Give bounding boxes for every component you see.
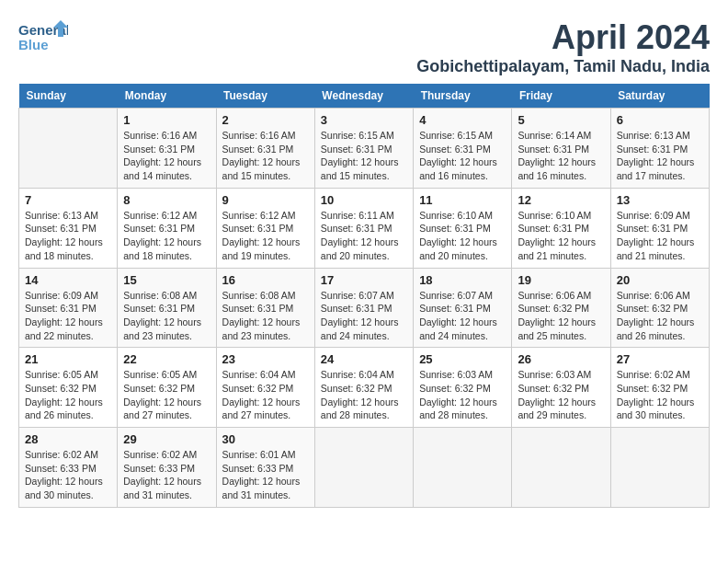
- calendar-cell: 28Sunrise: 6:02 AMSunset: 6:33 PMDayligh…: [19, 428, 118, 508]
- header-cell-saturday: Saturday: [610, 84, 709, 109]
- day-detail: Sunrise: 6:12 AMSunset: 6:31 PMDaylight:…: [222, 209, 309, 263]
- calendar-cell: [314, 428, 413, 508]
- header-cell-wednesday: Wednesday: [314, 84, 413, 109]
- day-number: 22: [123, 352, 210, 366]
- calendar-body: 1Sunrise: 6:16 AMSunset: 6:31 PMDaylight…: [19, 109, 710, 508]
- calendar-cell: 27Sunrise: 6:02 AMSunset: 6:32 PMDayligh…: [610, 348, 709, 428]
- calendar-cell: 5Sunrise: 6:14 AMSunset: 6:31 PMDaylight…: [512, 109, 610, 189]
- day-detail: Sunrise: 6:10 AMSunset: 6:31 PMDaylight:…: [419, 209, 506, 263]
- day-number: 11: [419, 193, 506, 207]
- header-cell-friday: Friday: [512, 84, 610, 109]
- day-detail: Sunrise: 6:08 AMSunset: 6:31 PMDaylight:…: [222, 289, 309, 343]
- day-number: 4: [419, 113, 506, 127]
- calendar-cell: 26Sunrise: 6:03 AMSunset: 6:32 PMDayligh…: [512, 348, 610, 428]
- calendar-cell: 20Sunrise: 6:06 AMSunset: 6:32 PMDayligh…: [610, 268, 709, 348]
- day-number: 23: [222, 352, 309, 366]
- day-detail: Sunrise: 6:16 AMSunset: 6:31 PMDaylight:…: [222, 129, 309, 183]
- calendar-cell: 16Sunrise: 6:08 AMSunset: 6:31 PMDayligh…: [216, 268, 314, 348]
- week-row-2: 7Sunrise: 6:13 AMSunset: 6:31 PMDaylight…: [19, 188, 710, 268]
- day-number: 21: [25, 352, 111, 366]
- header-cell-thursday: Thursday: [414, 84, 512, 109]
- calendar-cell: 25Sunrise: 6:03 AMSunset: 6:32 PMDayligh…: [414, 348, 512, 428]
- calendar-cell: 10Sunrise: 6:11 AMSunset: 6:31 PMDayligh…: [314, 188, 413, 268]
- day-detail: Sunrise: 6:04 AMSunset: 6:32 PMDaylight:…: [222, 368, 309, 422]
- day-number: 6: [617, 113, 703, 127]
- calendar-cell: [610, 428, 709, 508]
- day-detail: Sunrise: 6:06 AMSunset: 6:32 PMDaylight:…: [518, 289, 604, 343]
- calendar-cell: 15Sunrise: 6:08 AMSunset: 6:31 PMDayligh…: [118, 268, 216, 348]
- day-detail: Sunrise: 6:08 AMSunset: 6:31 PMDaylight:…: [123, 289, 210, 343]
- day-number: 3: [321, 113, 407, 127]
- day-detail: Sunrise: 6:01 AMSunset: 6:33 PMDaylight:…: [222, 448, 309, 502]
- calendar-cell: 9Sunrise: 6:12 AMSunset: 6:31 PMDaylight…: [216, 188, 314, 268]
- day-number: 14: [25, 273, 111, 287]
- day-number: 8: [123, 193, 210, 207]
- day-number: 19: [518, 273, 604, 287]
- day-detail: Sunrise: 6:13 AMSunset: 6:31 PMDaylight:…: [617, 129, 703, 183]
- calendar-cell: 2Sunrise: 6:16 AMSunset: 6:31 PMDaylight…: [216, 109, 314, 189]
- day-number: 30: [222, 432, 309, 446]
- day-number: 26: [518, 352, 604, 366]
- day-number: 20: [617, 273, 703, 287]
- calendar-cell: 7Sunrise: 6:13 AMSunset: 6:31 PMDaylight…: [19, 188, 118, 268]
- day-number: 27: [617, 352, 703, 366]
- day-detail: Sunrise: 6:02 AMSunset: 6:33 PMDaylight:…: [25, 448, 111, 502]
- day-detail: Sunrise: 6:09 AMSunset: 6:31 PMDaylight:…: [617, 209, 703, 263]
- day-detail: Sunrise: 6:05 AMSunset: 6:32 PMDaylight:…: [123, 368, 210, 422]
- week-row-3: 14Sunrise: 6:09 AMSunset: 6:31 PMDayligh…: [19, 268, 710, 348]
- calendar-cell: 12Sunrise: 6:10 AMSunset: 6:31 PMDayligh…: [512, 188, 610, 268]
- header: General Blue April 2024 Gobichettipalaya…: [18, 18, 710, 76]
- svg-text:Blue: Blue: [18, 37, 49, 52]
- calendar-cell: 6Sunrise: 6:13 AMSunset: 6:31 PMDaylight…: [610, 109, 709, 189]
- day-detail: Sunrise: 6:16 AMSunset: 6:31 PMDaylight:…: [123, 129, 210, 183]
- title-area: April 2024 Gobichettipalayam, Tamil Nadu…: [416, 18, 710, 76]
- day-number: 18: [419, 273, 506, 287]
- calendar-cell: 13Sunrise: 6:09 AMSunset: 6:31 PMDayligh…: [610, 188, 709, 268]
- week-row-5: 28Sunrise: 6:02 AMSunset: 6:33 PMDayligh…: [19, 428, 710, 508]
- calendar-cell: 29Sunrise: 6:02 AMSunset: 6:33 PMDayligh…: [118, 428, 216, 508]
- logo-svg: General Blue: [18, 18, 68, 59]
- day-number: 24: [321, 352, 407, 366]
- main-title: April 2024: [416, 18, 710, 57]
- calendar-cell: 17Sunrise: 6:07 AMSunset: 6:31 PMDayligh…: [314, 268, 413, 348]
- subtitle: Gobichettipalayam, Tamil Nadu, India: [416, 57, 710, 76]
- week-row-1: 1Sunrise: 6:16 AMSunset: 6:31 PMDaylight…: [19, 109, 710, 189]
- calendar-table: SundayMondayTuesdayWednesdayThursdayFrid…: [18, 84, 710, 508]
- day-number: 5: [518, 113, 604, 127]
- day-detail: Sunrise: 6:06 AMSunset: 6:32 PMDaylight:…: [617, 289, 703, 343]
- calendar-cell: 4Sunrise: 6:15 AMSunset: 6:31 PMDaylight…: [414, 109, 512, 189]
- calendar-cell: 14Sunrise: 6:09 AMSunset: 6:31 PMDayligh…: [19, 268, 118, 348]
- day-detail: Sunrise: 6:07 AMSunset: 6:31 PMDaylight:…: [321, 289, 407, 343]
- calendar-cell: 3Sunrise: 6:15 AMSunset: 6:31 PMDaylight…: [314, 109, 413, 189]
- day-detail: Sunrise: 6:13 AMSunset: 6:31 PMDaylight:…: [25, 209, 111, 263]
- day-detail: Sunrise: 6:03 AMSunset: 6:32 PMDaylight:…: [518, 368, 604, 422]
- day-number: 28: [25, 432, 111, 446]
- day-detail: Sunrise: 6:14 AMSunset: 6:31 PMDaylight:…: [518, 129, 604, 183]
- calendar-cell: 30Sunrise: 6:01 AMSunset: 6:33 PMDayligh…: [216, 428, 314, 508]
- day-number: 16: [222, 273, 309, 287]
- day-number: 12: [518, 193, 604, 207]
- header-cell-sunday: Sunday: [19, 84, 118, 109]
- day-detail: Sunrise: 6:03 AMSunset: 6:32 PMDaylight:…: [419, 368, 506, 422]
- calendar-cell: 8Sunrise: 6:12 AMSunset: 6:31 PMDaylight…: [118, 188, 216, 268]
- calendar-cell: 24Sunrise: 6:04 AMSunset: 6:32 PMDayligh…: [314, 348, 413, 428]
- day-number: 9: [222, 193, 309, 207]
- day-number: 2: [222, 113, 309, 127]
- day-detail: Sunrise: 6:05 AMSunset: 6:32 PMDaylight:…: [25, 368, 111, 422]
- calendar-cell: [512, 428, 610, 508]
- day-number: 7: [25, 193, 111, 207]
- day-detail: Sunrise: 6:09 AMSunset: 6:31 PMDaylight:…: [25, 289, 111, 343]
- header-cell-tuesday: Tuesday: [216, 84, 314, 109]
- calendar-cell: 22Sunrise: 6:05 AMSunset: 6:32 PMDayligh…: [118, 348, 216, 428]
- week-row-4: 21Sunrise: 6:05 AMSunset: 6:32 PMDayligh…: [19, 348, 710, 428]
- header-cell-monday: Monday: [118, 84, 216, 109]
- day-number: 17: [321, 273, 407, 287]
- calendar-cell: 1Sunrise: 6:16 AMSunset: 6:31 PMDaylight…: [118, 109, 216, 189]
- day-number: 29: [123, 432, 210, 446]
- day-detail: Sunrise: 6:02 AMSunset: 6:33 PMDaylight:…: [123, 448, 210, 502]
- calendar-cell: 11Sunrise: 6:10 AMSunset: 6:31 PMDayligh…: [414, 188, 512, 268]
- calendar-cell: 21Sunrise: 6:05 AMSunset: 6:32 PMDayligh…: [19, 348, 118, 428]
- day-detail: Sunrise: 6:15 AMSunset: 6:31 PMDaylight:…: [321, 129, 407, 183]
- day-detail: Sunrise: 6:12 AMSunset: 6:31 PMDaylight:…: [123, 209, 210, 263]
- day-detail: Sunrise: 6:10 AMSunset: 6:31 PMDaylight:…: [518, 209, 604, 263]
